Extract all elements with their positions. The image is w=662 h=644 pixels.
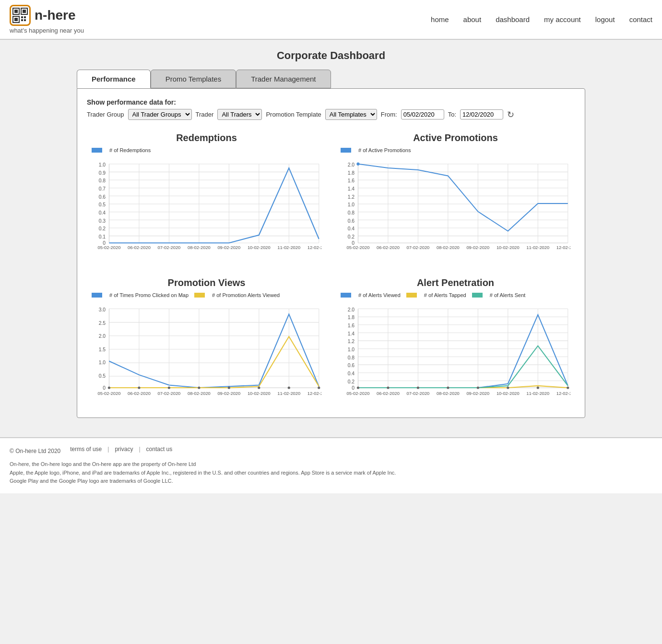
alert-penetration-chart: Alert Penetration # of Alerts Viewed # o… (336, 273, 575, 408)
footer-privacy[interactable]: privacy (115, 446, 133, 453)
redemptions-legend: # of Redemptions (92, 147, 321, 153)
svg-text:08-02-2020: 08-02-2020 (437, 245, 460, 250)
svg-text:12-02-2020: 12-02-2020 (556, 245, 570, 250)
footer-divider-2: | (139, 446, 140, 453)
svg-rect-8 (21, 19, 23, 21)
svg-point-155 (357, 386, 359, 389)
to-label: To: (448, 111, 456, 118)
promo-template-select[interactable]: All Templates (325, 109, 377, 120)
svg-text:0.8: 0.8 (348, 355, 355, 360)
logo-area: n-here what's happening near you (10, 5, 84, 34)
svg-text:3.0: 3.0 (99, 307, 106, 312)
svg-text:1.2: 1.2 (348, 194, 355, 200)
redemptions-svg: 1.0 0.9 0.8 0.7 0.6 0.5 0.4 0.3 0.2 0.1 … (92, 156, 321, 252)
svg-point-112 (198, 386, 200, 389)
svg-point-109 (108, 386, 110, 389)
nav-my-account[interactable]: my account (544, 15, 581, 24)
svg-point-115 (288, 386, 290, 389)
svg-text:0.8: 0.8 (348, 210, 355, 215)
svg-text:05-02-2020: 05-02-2020 (347, 391, 370, 396)
from-date-input[interactable] (401, 109, 444, 119)
svg-text:07-02-2020: 07-02-2020 (157, 245, 180, 250)
svg-text:1.0: 1.0 (348, 347, 355, 352)
active-promotions-svg: 2.0 1.8 1.6 1.4 1.2 1.0 0.8 0.6 0.4 0.2 … (341, 156, 570, 252)
svg-text:0: 0 (103, 385, 106, 391)
nav-contact[interactable]: contact (629, 15, 652, 24)
from-label: From: (381, 111, 397, 118)
main-nav: home about dashboard my account logout c… (431, 15, 652, 24)
svg-point-116 (318, 386, 320, 389)
svg-text:12-02-2020: 12-02-2020 (556, 391, 570, 396)
svg-text:12-02-2020: 12-02-2020 (307, 391, 321, 396)
svg-rect-9 (24, 19, 26, 21)
svg-text:0.1: 0.1 (99, 234, 106, 239)
qr-icon (12, 7, 28, 24)
svg-text:0.6: 0.6 (348, 218, 355, 224)
promotion-views-chart: Promotion Views # of Times Promo Clicked… (87, 273, 326, 408)
site-header: n-here what's happening near you home ab… (0, 0, 662, 40)
nav-dashboard[interactable]: dashboard (496, 15, 530, 24)
svg-text:1.4: 1.4 (348, 331, 355, 336)
promo-views-legend-label-2: # of Promotion Alerts Viewed (212, 292, 280, 298)
footer-terms[interactable]: terms of use (70, 446, 102, 453)
footer-contact-us[interactable]: contact us (146, 446, 173, 453)
svg-rect-6 (21, 16, 23, 18)
tab-performance[interactable]: Performance (77, 70, 151, 88)
svg-text:1.2: 1.2 (348, 339, 355, 344)
svg-text:1.8: 1.8 (348, 170, 355, 176)
active-promotions-chart: Active Promotions # of Active Promotions… (336, 128, 575, 258)
svg-text:07-02-2020: 07-02-2020 (406, 245, 429, 250)
svg-text:10-02-2020: 10-02-2020 (248, 245, 271, 250)
promo-views-legend-label-1: # of Times Promo Clicked on Map (109, 292, 189, 298)
svg-text:0.4: 0.4 (348, 371, 355, 376)
tab-promo-templates[interactable]: Promo Templates (151, 70, 236, 88)
nav-about[interactable]: about (463, 15, 482, 24)
svg-text:1.0: 1.0 (99, 360, 106, 365)
svg-point-111 (168, 386, 170, 389)
trader-select[interactable]: All Traders (217, 109, 262, 120)
svg-text:0.2: 0.2 (348, 234, 355, 239)
redemptions-legend-label: # of Redemptions (109, 147, 151, 153)
trader-group-select[interactable]: All Trader Groups (128, 109, 192, 120)
svg-text:09-02-2020: 09-02-2020 (466, 245, 489, 250)
svg-rect-3 (23, 10, 26, 13)
svg-text:12-02-2020: 12-02-2020 (307, 245, 321, 250)
footer: © On-here Ltd 2020 terms of use | privac… (0, 437, 662, 493)
svg-rect-1 (14, 10, 18, 13)
nav-logout[interactable]: logout (595, 15, 615, 24)
svg-text:1.4: 1.4 (348, 186, 355, 191)
svg-text:06-02-2020: 06-02-2020 (128, 245, 151, 250)
refresh-button[interactable]: ↻ (507, 109, 514, 120)
svg-text:11-02-2020: 11-02-2020 (277, 245, 300, 250)
svg-text:2.0: 2.0 (99, 334, 106, 339)
dashboard-title: Corporate Dashboard (77, 49, 585, 62)
promo-template-label: Promotion Template (266, 111, 321, 118)
svg-text:0.2: 0.2 (99, 226, 106, 231)
svg-text:08-02-2020: 08-02-2020 (188, 391, 211, 396)
promotion-views-svg: 3.0 2.5 2.0 1.5 1.0 0.5 0 (92, 301, 321, 402)
svg-text:08-02-2020: 08-02-2020 (437, 391, 460, 396)
footer-top: © On-here Ltd 2020 terms of use | privac… (10, 446, 652, 456)
svg-text:0.7: 0.7 (99, 186, 106, 191)
footer-divider-1: | (107, 446, 109, 453)
svg-text:05-02-2020: 05-02-2020 (98, 391, 121, 396)
svg-text:0.8: 0.8 (99, 178, 106, 183)
svg-text:0.6: 0.6 (99, 194, 106, 200)
alert-penetration-title: Alert Penetration (341, 277, 570, 288)
to-date-input[interactable] (460, 109, 503, 119)
svg-text:1.0: 1.0 (348, 202, 355, 207)
alert-legend-color-3 (472, 293, 483, 298)
footer-legal-2: Apple, the Apple logo, iPhone, and iPad … (10, 469, 652, 477)
promo-views-legend-color-1 (92, 293, 102, 298)
logo-tagline: what's happening near you (10, 27, 84, 34)
alert-legend-color-2 (406, 293, 417, 298)
logo-icon (10, 5, 31, 26)
tab-trader-management[interactable]: Trader Management (236, 70, 331, 88)
active-promotions-legend-color (341, 148, 351, 153)
trader-label: Trader (196, 111, 214, 118)
filters-row: Trader Group All Trader Groups Trader Al… (87, 109, 575, 120)
nav-home[interactable]: home (431, 15, 449, 24)
svg-point-160 (507, 386, 509, 389)
svg-point-161 (537, 386, 539, 389)
svg-text:11-02-2020: 11-02-2020 (277, 391, 300, 396)
